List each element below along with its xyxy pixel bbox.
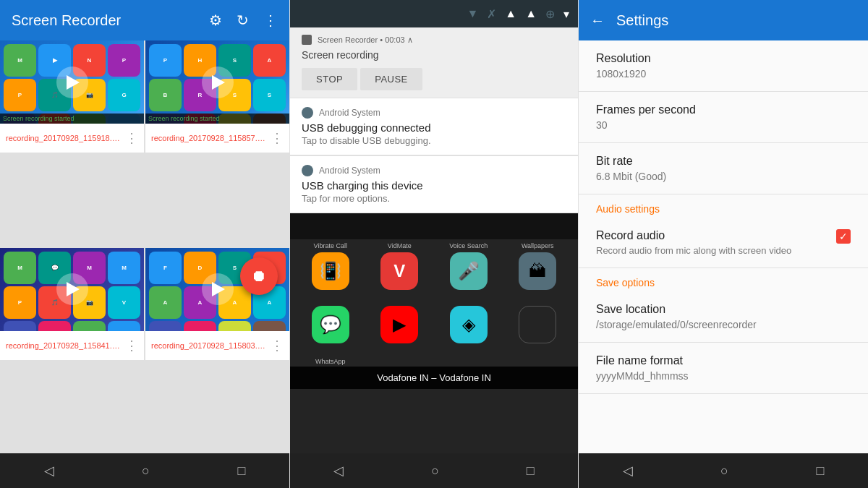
mini-app-icon: S [253,79,286,111]
recording-more-icon[interactable]: ⋮ [271,130,284,146]
recents-nav-icon-middle[interactable]: □ [527,463,535,479]
recording-more-icon[interactable]: ⋮ [271,338,284,354]
bitrate-setting[interactable]: Bit rate 6.8 Mbit (Good) [579,143,868,194]
save-options-title: Save options [596,277,851,288]
mini-app-icon: V [108,286,140,319]
mini-app-icon: P [4,79,36,111]
whatsapp-app[interactable]: 💬 [305,306,357,346]
app-label: Vibrate Call [305,242,357,249]
play-button[interactable] [56,67,88,98]
home-nav-icon-right[interactable]: ○ [720,463,728,479]
save-location-value: /storage/emulated/0/screenrecorder [596,319,851,330]
mini-app-icon: 🎵 [73,321,106,331]
refresh-icon[interactable]: ↻ [237,12,249,29]
mini-app-icon: C [218,321,251,331]
home-nav-icon[interactable]: ○ [142,463,150,479]
notification-header: Android System [302,107,566,119]
mini-app-icon: 🎮 [4,321,36,331]
vibrate-call-app[interactable]: 📳 [305,252,357,293]
wallpapers-icon: 🏔 [519,252,556,290]
mini-app-icon: M [4,44,36,77]
recording-thumbnail: M ▶ N P P 🎵 📷 G 🎮 ▶ 🎵 ▶ [0,40,144,124]
wallpapers-app[interactable]: 🏔 [511,252,563,293]
status-bar: ▼ ✗ ▲ ▲ ⊕ ▾ [290,0,578,27]
home-nav-icon-middle[interactable]: ○ [431,463,439,479]
mini-app-icon: G [108,79,140,111]
mini-app-icon: M [108,252,140,284]
voice-search-app[interactable]: 🎤 [443,252,495,293]
resolution-setting[interactable]: Resolution 1080x1920 [579,40,868,92]
mini-app-icon: A [253,44,286,77]
recording-info: recording_20170928_115841.mp4 ⋮ [0,331,144,360]
recording-thumbnail: F D S A A A A A C C C C [145,248,289,331]
file-format-setting[interactable]: File name format yyyyMMdd_hhmmss [579,343,868,394]
usb-debug-notification[interactable]: Android System USB debugging connected T… [290,98,578,155]
audio-settings-title: Audio settings [596,203,851,215]
app-3-icon: ◈ [450,306,488,343]
recording-more-icon[interactable]: ⋮ [125,338,138,354]
recording-banner: Screen recording started [145,114,289,124]
mini-app-icon: S [108,321,140,331]
resolution-value: 1080x1920 [596,68,851,80]
recents-nav-icon-right[interactable]: □ [816,463,824,479]
settings-icon[interactable]: ⚙ [209,12,222,29]
back-nav-icon-middle[interactable]: ◁ [333,463,344,479]
app-row-labels-2: WhatsApp [290,356,578,367]
list-item[interactable]: M 💬 M M P 🎵 📷 V 🎮 ▶ 🎵 S [0,248,144,360]
notification-body-2: Tap for more options. [302,193,566,204]
record-audio-checkbox[interactable]: ✓ [836,229,851,244]
back-nav-icon[interactable]: ◁ [44,463,54,479]
mini-app-icon: P [108,44,140,77]
mini-app-icon: C [184,321,216,331]
whatsapp-icon: 💬 [312,306,349,343]
record-fab[interactable]: ⏺ [240,257,278,295]
recorder-notif-header: Screen Recorder • 00:03 ∧ [302,35,566,45]
file-format-value: yyyyMMdd_hhmmss [596,370,851,382]
record-fab-icon: ⏺ [251,267,267,286]
app-title: Screen Recorder [12,12,209,29]
list-item[interactable]: P H S A B R S S G P R S [145,40,289,153]
play-button[interactable] [56,273,88,305]
mini-app-icon: B [149,79,182,111]
vidmate-app[interactable]: V [373,252,425,293]
recording-more-icon[interactable]: ⋮ [125,130,138,146]
notification-app-name-2: Android System [319,166,380,176]
more-options-icon[interactable]: ⋮ [263,12,278,29]
usb-charge-notification[interactable]: Android System USB charging this device … [290,156,578,213]
signal-off-icon: ✗ [487,7,496,21]
nfc-icon: ⊕ [545,7,555,21]
bottom-navigation: ◁ ○ □ [0,453,289,488]
audio-settings-section: Audio settings [579,194,868,218]
middle-panel: ▼ ✗ ▲ ▲ ⊕ ▾ Screen Recorder • 00:03 ∧ Sc… [289,0,579,488]
fps-value: 30 [596,119,851,131]
save-location-setting[interactable]: Save location /storage/emulated/0/screen… [579,291,868,343]
record-audio-setting[interactable]: Record audio Record audio from mic along… [579,218,868,268]
youtube-app[interactable]: ▶ [373,306,425,346]
record-audio-text: Record audio Record audio from mic along… [596,229,836,256]
pause-button[interactable]: PAUSE [360,68,422,90]
recording-info: recording_20170928_115803.mp4 ⋮ [145,331,289,360]
play-button[interactable] [202,273,234,305]
app-4[interactable] [511,306,563,346]
stop-button[interactable]: STOP [302,68,357,90]
vodafone-bar: Vodafone IN – Vodafone IN [290,367,578,389]
recorder-notif-title: Screen recording [302,49,566,61]
app-drawer-top-bar [290,213,578,239]
back-nav-icon-right[interactable]: ◁ [623,463,633,479]
app-3[interactable]: ◈ [443,306,495,346]
play-icon [212,75,225,90]
app-label-2 [373,358,425,365]
list-item[interactable]: M ▶ N P P 🎵 📷 G 🎮 ▶ 🎵 ▶ [0,40,144,153]
app-4-icon [519,306,556,343]
back-button[interactable]: ← [590,12,605,29]
recording-banner: Screen recording started [0,114,144,124]
save-location-label: Save location [596,303,851,316]
bottom-navigation-middle: ◁ ○ □ [290,453,578,488]
list-item[interactable]: F D S A A A A A C C C C [145,248,289,360]
recents-nav-icon[interactable]: □ [237,463,245,479]
play-button[interactable] [202,67,234,98]
play-icon [67,282,80,296]
fps-setting[interactable]: Frames per second 30 [579,92,868,143]
recording-name: recording_20170928_115857.mp4 [151,134,271,142]
app-row-labels-1: Vibrate Call VidMate Voice Search Wallpa… [290,239,578,249]
